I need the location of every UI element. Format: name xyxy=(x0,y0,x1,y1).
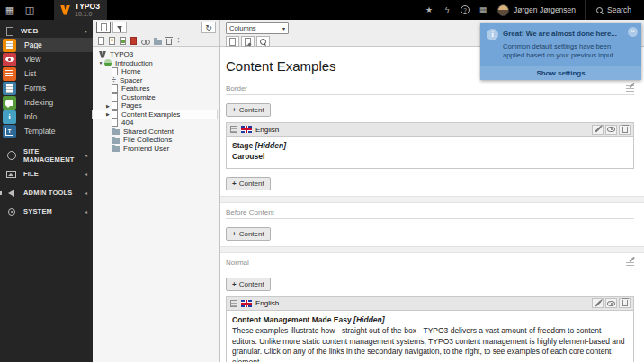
image-icon xyxy=(6,169,16,179)
tree-item-frontend-user[interactable]: Frontend User xyxy=(93,145,219,154)
page-tree-panel: ↻ ÷ TYPO3 ▼ Introduction xyxy=(93,20,220,362)
refresh-tree-button[interactable]: ↻ xyxy=(201,22,216,33)
content-element-header: English xyxy=(227,297,633,311)
chevron-down-icon: ▾ xyxy=(282,25,285,31)
clear-cache-bolt-icon[interactable]: ϟ xyxy=(438,0,456,20)
edit-element-button[interactable] xyxy=(592,125,604,135)
filter-button[interactable] xyxy=(112,22,127,33)
notification-title: Great! We are almost done here... xyxy=(503,29,617,39)
delete-element-button[interactable] xyxy=(619,298,631,308)
topbar-search[interactable]: Search xyxy=(585,0,644,20)
module-item-template[interactable]: T Template xyxy=(0,124,93,138)
tree-item-shared-content[interactable]: Shared Content xyxy=(93,128,219,137)
module-item-list[interactable]: List xyxy=(0,66,93,81)
user-name: Jørgen Jørgensen xyxy=(514,5,576,14)
tree-item-features[interactable]: Features xyxy=(93,84,219,93)
chevron-left-icon: ◂ xyxy=(85,190,87,196)
module-group-web[interactable]: WEB ▾ xyxy=(0,24,93,38)
chevron-left-icon: ◂ xyxy=(85,208,87,215)
content-type-icon xyxy=(230,300,237,307)
show-settings-button[interactable]: Show settings xyxy=(480,66,641,80)
toggle-visibility-button[interactable] xyxy=(605,125,617,135)
new-standard-page-icon[interactable] xyxy=(98,37,104,45)
edit-page-properties-button[interactable] xyxy=(241,36,255,47)
content-element[interactable]: English Stage [Hidden] Carousel xyxy=(226,122,634,169)
info-circle-icon: i xyxy=(487,29,498,40)
search-page-button[interactable] xyxy=(256,36,270,47)
expand-toggle-icon[interactable]: ▶ xyxy=(104,111,112,117)
typo3-brand[interactable]: TYPO3 10.1.0 xyxy=(54,0,107,20)
tree-root[interactable]: TYPO3 xyxy=(93,50,219,59)
edit-column-icon[interactable] xyxy=(626,85,634,93)
toggle-visibility-button[interactable] xyxy=(605,298,617,308)
expand-toggle-icon[interactable]: ▶ xyxy=(104,103,112,109)
add-content-button[interactable]: + Content xyxy=(226,177,271,190)
content-element[interactable]: English Content Management Made Easy [Hi… xyxy=(226,296,634,362)
edit-column-icon[interactable] xyxy=(626,260,634,267)
close-icon[interactable]: × xyxy=(628,27,638,37)
systeminformation-icon[interactable]: ▦ xyxy=(474,0,492,20)
module-group-system[interactable]: SYSTEM ◂ xyxy=(0,202,93,221)
module-item-forms[interactable]: Forms xyxy=(0,81,93,95)
new-link-page-icon[interactable] xyxy=(141,39,149,44)
module-group-admin-tools[interactable]: ADMIN TOOLS ◂ xyxy=(0,183,93,202)
tree-item-content-examples[interactable]: ▶ Content Examples xyxy=(93,110,217,119)
page-cache-button[interactable] xyxy=(226,36,239,47)
plus-icon: + xyxy=(232,280,237,288)
new-shortcut-page-icon[interactable] xyxy=(109,37,115,45)
collapse-toggle-icon[interactable]: ▼ xyxy=(97,60,104,66)
new-mountpoint-page-icon[interactable] xyxy=(120,37,126,45)
site-globe-icon xyxy=(104,59,112,66)
column-section-normal: Normal + Content English xyxy=(226,259,634,362)
column-section-border: Border + Content English xyxy=(226,84,634,192)
brand-name: TYPO3 xyxy=(75,3,100,11)
tree-item-home[interactable]: Home xyxy=(93,67,219,76)
gear-icon xyxy=(6,207,16,216)
module-item-view[interactable]: View xyxy=(0,52,93,66)
tree-item-pages[interactable]: ▶ Pages xyxy=(93,102,219,110)
plus-icon: + xyxy=(232,230,237,238)
module-groups: SITE MANAGEMENT ◂ FILE ◂ ADMIN TOOLS ◂ S… xyxy=(0,146,93,221)
delete-element-button[interactable] xyxy=(619,125,631,135)
hidden-badge: [Hidden] xyxy=(255,141,286,150)
add-content-button[interactable]: + Content xyxy=(226,227,271,241)
columns-select[interactable]: Columns ▾ xyxy=(226,22,289,34)
page-edit-icon xyxy=(245,38,251,46)
new-folder-icon[interactable] xyxy=(154,40,162,45)
add-content-button[interactable]: + Content xyxy=(226,103,271,117)
page-icon xyxy=(229,38,236,46)
page-module-icon xyxy=(3,39,16,52)
eye-icon xyxy=(607,127,615,132)
module-item-page[interactable]: Page xyxy=(0,38,93,52)
user-menu[interactable]: Jørgen Jørgensen xyxy=(492,0,585,20)
module-menu-toggle-icon[interactable]: ▦ xyxy=(0,0,20,20)
tree-item-introduction[interactable]: ▼ Introduction xyxy=(93,59,219,68)
globe-icon xyxy=(6,150,16,160)
module-group-site-management[interactable]: SITE MANAGEMENT ◂ xyxy=(0,146,93,164)
bookmarks-star-icon[interactable]: ★ xyxy=(420,0,438,20)
page-icon xyxy=(112,93,118,102)
user-avatar xyxy=(497,4,509,16)
new-hidden-page-icon[interactable] xyxy=(130,37,137,45)
tree-item-spacer[interactable]: ÷ Spacer xyxy=(93,76,219,85)
navigation-collapse-icon[interactable]: ◫ xyxy=(20,0,40,20)
module-item-info[interactable]: i Info xyxy=(0,110,93,124)
column-section-before-content: Before Content + Content xyxy=(226,208,634,243)
chevron-left-icon: ◂ xyxy=(85,171,87,177)
tree-item-404[interactable]: 404 xyxy=(93,119,219,128)
module-item-indexing[interactable]: Indexing xyxy=(0,95,93,110)
new-recycler-icon[interactable] xyxy=(166,39,172,45)
page-icon xyxy=(112,84,118,93)
notification-message: Common default settings have been applie… xyxy=(480,42,641,66)
module-group-file[interactable]: FILE ◂ xyxy=(0,164,93,183)
tree-item-file-collections[interactable]: File Collections xyxy=(93,136,219,145)
new-spacer-icon[interactable]: ÷ xyxy=(176,37,181,45)
tree-item-customize[interactable]: Customize xyxy=(93,93,219,102)
edit-element-button[interactable] xyxy=(592,298,604,308)
new-page-button[interactable] xyxy=(96,22,111,33)
pencil-icon xyxy=(595,126,601,132)
add-content-button[interactable]: + Content xyxy=(226,278,271,291)
web-document-icon xyxy=(6,27,13,36)
help-icon[interactable]: ? xyxy=(456,0,474,20)
forms-module-icon xyxy=(3,82,16,95)
